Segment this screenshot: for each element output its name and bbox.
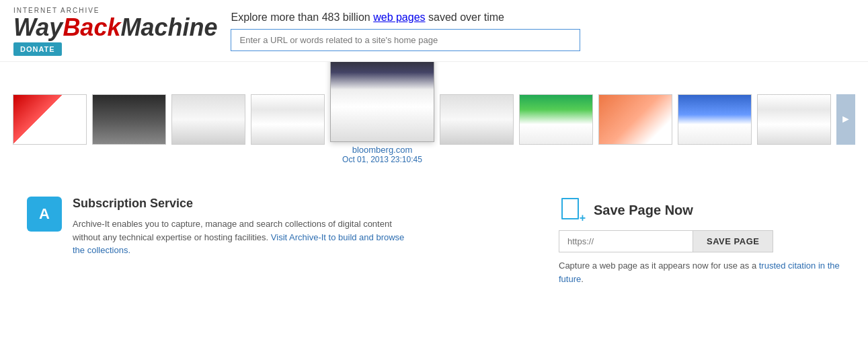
doc-plus-symbol: + [580, 213, 586, 223]
thumbnail-1[interactable] [13, 94, 87, 145]
thumbnail-featured[interactable] [330, 62, 434, 142]
archive-it-icon: A [27, 197, 62, 232]
save-page-form: SAVE PAGE [559, 230, 841, 252]
save-url-input[interactable] [559, 230, 693, 252]
thumbnail-5[interactable] [440, 94, 514, 145]
featured-date: Oct 01, 2013 23:10:45 [342, 155, 422, 164]
thumbnail-8[interactable] [678, 94, 752, 145]
donate-button[interactable]: DONATE [13, 42, 62, 56]
thumbnail-6[interactable] [519, 94, 593, 145]
featured-caption: bloomberg.com Oct 01, 2013 23:10:45 [342, 145, 422, 164]
tagline: Explore more than 483 billion web pages … [231, 11, 855, 24]
wayback-logo: WayBackMachine [13, 15, 217, 40]
save-page-button[interactable]: SAVE PAGE [693, 230, 773, 252]
thumbnail-7[interactable] [598, 94, 672, 145]
subscription-section: A Subscription Service Archive-It enable… [27, 197, 532, 285]
thumbnail-4[interactable] [251, 94, 325, 145]
search-input[interactable] [231, 29, 580, 51]
doc-plus-icon: + [561, 198, 583, 222]
web-pages-link[interactable]: web pages [373, 11, 425, 23]
featured-site-link[interactable]: bloomberg.com [352, 145, 413, 155]
thumbnail-3[interactable] [171, 94, 245, 145]
save-page-icon: + [559, 197, 586, 223]
save-page-section: + Save Page Now SAVE PAGE Capture a web … [559, 197, 841, 285]
thumbnails-section: bloomberg.com Oct 01, 2013 23:10:45 ► [0, 62, 868, 170]
featured-thumb-content [331, 62, 434, 141]
save-page-header: + Save Page Now [559, 197, 841, 223]
featured-thumbnail-area: bloomberg.com Oct 01, 2013 23:10:45 [330, 75, 434, 164]
subscription-description: Archive-It enables you to capture, manag… [73, 217, 409, 257]
thumbnails-wrapper: bloomberg.com Oct 01, 2013 23:10:45 ► [7, 75, 861, 164]
save-page-title: Save Page Now [594, 203, 693, 218]
bottom-sections: A Subscription Service Archive-It enable… [0, 183, 868, 299]
doc-shape [561, 198, 579, 219]
search-bar [231, 29, 580, 51]
thumbnail-nav-right[interactable]: ► [836, 94, 855, 145]
logo-area: INTERNET ARCHIVE WayBackMachine DONATE [13, 7, 217, 56]
subscription-content: Subscription Service Archive-It enables … [73, 197, 409, 257]
thumbnail-9[interactable] [757, 94, 831, 145]
header-right: Explore more than 483 billion web pages … [231, 11, 855, 51]
subscription-title: Subscription Service [73, 197, 409, 211]
thumbnail-2[interactable] [92, 94, 166, 145]
save-caption: Capture a web page as it appears now for… [559, 259, 841, 285]
site-header: INTERNET ARCHIVE WayBackMachine DONATE E… [0, 0, 868, 62]
